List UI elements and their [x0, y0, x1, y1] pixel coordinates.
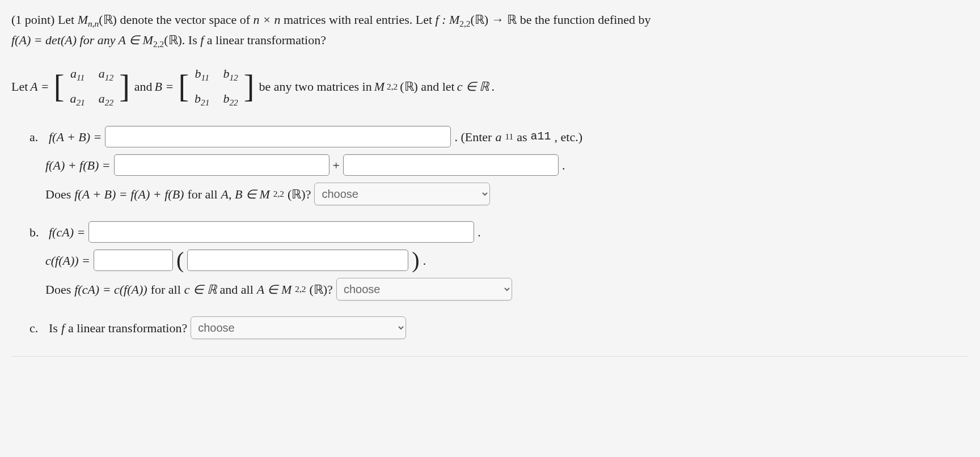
does-b-r: (ℝ)? — [309, 280, 332, 299]
part-a-row2: f(A) + f(B) = + . — [29, 154, 969, 176]
hint-4: a11 — [531, 128, 551, 145]
fab-label: f(A + B) = — [49, 128, 102, 146]
cfa-label: c(f(A)) = — [45, 251, 90, 270]
sub-parts: a. f(A + B) = . (Enter a11 as a11, etc.)… — [11, 126, 969, 339]
part-b-row2: c(f(A)) = ( ) . — [29, 249, 969, 271]
mnn-subscript: n,n — [88, 19, 99, 28]
does-b-a: A ∈ M — [257, 280, 292, 299]
a11: a11 — [70, 64, 85, 84]
fa-paren-input[interactable] — [187, 249, 408, 271]
matrix-a: [ a11 a12 a21 a22 ] — [54, 64, 130, 109]
part-c-row1: c. Is f a linear transformation? choose — [29, 316, 969, 339]
problem-container: (1 point) Let Mn,n(ℝ) denote the vector … — [11, 10, 969, 357]
does-b-sub: 2,2 — [295, 282, 306, 295]
a12: a12 — [99, 64, 113, 84]
c-in-r: c ∈ ℝ — [457, 77, 489, 96]
matrix-b: [ b11 b12 b21 b22 ] — [178, 64, 254, 109]
does-a-text: Does — [45, 185, 71, 204]
part-a: a. f(A + B) = . (Enter a11 as a11, etc.)… — [29, 126, 969, 205]
bracket-left-icon: [ — [54, 74, 65, 99]
setup-after: be any two matrices in — [259, 77, 371, 96]
period-b2: . — [423, 251, 426, 270]
part-a-row1: a. f(A + B) = . (Enter a11 as a11, etc.) — [29, 126, 969, 147]
does-a-ab: A, B ∈ M — [221, 185, 270, 204]
b22: b22 — [223, 89, 238, 109]
does-b-text: Does — [45, 280, 71, 299]
lparen: ( — [176, 251, 184, 269]
hint-2-sub: 11 — [505, 130, 513, 143]
period-b1: . — [478, 223, 481, 242]
line2-sub: 2,2 — [153, 39, 164, 49]
nxn-text: n × n — [254, 12, 281, 27]
does-b-eq: f(cA) = c(f(A)) — [74, 280, 147, 299]
and-b-text: and — [134, 77, 153, 96]
hint-1: . (Enter — [454, 128, 492, 146]
line2-a: f(A) = det(A) for any — [11, 33, 119, 47]
hint-3: as — [517, 128, 527, 146]
f-def: f : M — [436, 12, 460, 27]
fca-label: f(cA) = — [49, 223, 85, 242]
line2-b: A ∈ M — [119, 33, 153, 47]
line2-e: a linear transformation? — [204, 33, 326, 47]
b21: b21 — [195, 89, 209, 109]
intro-text-2: matrices with real entries. Let — [280, 12, 435, 27]
a-equals: A = — [30, 77, 49, 96]
part-c-f: f — [61, 319, 65, 337]
part-c-question: Is — [49, 319, 58, 337]
matrix-setup: Let A = [ a11 a12 a21 a22 ] and B = [ b1… — [11, 64, 969, 109]
part-b: b. f(cA) = . c(f(A)) = ( ) . Does f(cA) … — [29, 221, 969, 301]
part-c: c. Is f a linear transformation? choose — [29, 316, 969, 339]
b11: b11 — [195, 64, 209, 84]
setup-period: . — [491, 77, 495, 96]
m22: M — [374, 77, 385, 96]
does-b-c: c ∈ ℝ — [184, 280, 217, 299]
b12: b12 — [223, 64, 238, 84]
part-c-label: c. — [29, 319, 41, 337]
line2-c: (ℝ). Is — [164, 33, 200, 47]
part-b-label: b. — [29, 223, 41, 242]
fca-input[interactable] — [88, 221, 474, 243]
mnn-symbol: M — [78, 12, 88, 27]
part-c-rest: a linear transformation? — [68, 319, 187, 337]
part-b-select[interactable]: choose — [336, 278, 512, 301]
f-def-sub: 2,2 — [459, 19, 470, 28]
let-a-text: Let — [11, 77, 28, 96]
m22-after: (ℝ) and let — [400, 77, 454, 96]
fa-input[interactable] — [114, 154, 330, 176]
fab-input[interactable] — [105, 126, 451, 147]
part-b-row3: Does f(cA) = c(f(A)) for all c ∈ ℝ and a… — [29, 278, 969, 301]
hint-5: , etc.) — [555, 128, 582, 146]
bracket-left-icon: [ — [178, 74, 189, 99]
part-c-select[interactable]: choose — [191, 316, 406, 339]
matrix-a-content: a11 a12 a21 a22 — [64, 64, 119, 109]
part-a-select[interactable]: choose — [314, 183, 490, 205]
intro-text-3: (ℝ) → ℝ be the function defined by — [471, 12, 651, 27]
b-equals: B = — [155, 77, 174, 96]
part-a-row3: Does f(A + B) = f(A) + f(B) for all A, B… — [29, 183, 969, 205]
bracket-right-icon: ] — [119, 74, 130, 99]
rparen: ) — [412, 251, 419, 269]
does-b-for: for all — [151, 280, 181, 299]
does-a-r: (ℝ)? — [288, 185, 311, 204]
does-a-sub: 2,2 — [273, 187, 284, 200]
bracket-right-icon: ] — [244, 74, 255, 99]
plus-sign: + — [333, 156, 340, 175]
intro-text-1: (ℝ) denote the vector space of — [99, 12, 253, 27]
c-input[interactable] — [94, 249, 173, 271]
divider — [11, 356, 969, 357]
a21: a21 — [70, 89, 85, 109]
fafb-label: f(A) + f(B) = — [45, 156, 111, 175]
period-a2: . — [562, 156, 565, 175]
points-text: (1 point) Let — [11, 12, 78, 27]
part-b-row1: b. f(cA) = . — [29, 221, 969, 243]
a22: a22 — [99, 89, 113, 109]
hint-2: a — [495, 128, 501, 146]
does-a-eq: f(A + B) = f(A) + f(B) — [74, 185, 184, 204]
matrix-b-content: b11 b12 b21 b22 — [189, 64, 244, 109]
fb-input[interactable] — [343, 154, 559, 176]
m22-sub: 2,2 — [387, 80, 398, 93]
does-b-and: and all — [220, 280, 254, 299]
part-a-label: a. — [29, 128, 41, 146]
does-a-for: for all — [187, 185, 217, 204]
problem-intro: (1 point) Let Mn,n(ℝ) denote the vector … — [11, 10, 969, 50]
